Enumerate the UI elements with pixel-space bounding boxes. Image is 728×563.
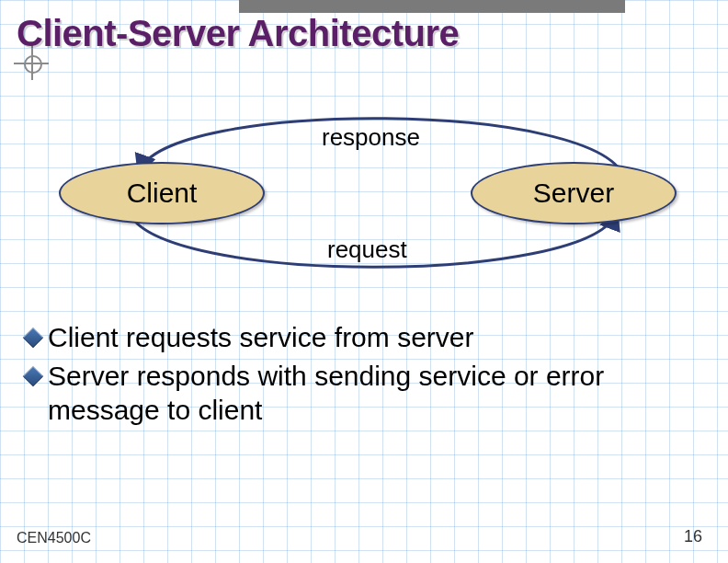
bullet-list: Client requests service from server Serv… — [26, 320, 700, 431]
client-node: Client — [59, 162, 265, 224]
list-item: Server responds with sending service or … — [26, 359, 700, 428]
footer-course-code: CEN4500C — [17, 530, 91, 546]
top-ruler-bar — [239, 0, 625, 13]
diamond-bullet-icon — [23, 365, 44, 386]
slide: Client-Server Architecture response Clie… — [0, 0, 728, 563]
page-title: Client-Server Architecture — [17, 13, 459, 54]
response-label: response — [322, 123, 420, 152]
request-label: request — [327, 236, 407, 264]
server-node: Server — [471, 162, 677, 224]
list-item-text: Server responds with sending service or … — [48, 359, 700, 428]
list-item-text: Client requests service from server — [48, 320, 700, 355]
client-node-label: Client — [127, 178, 198, 209]
footer-page-number: 16 — [684, 527, 702, 546]
list-item: Client requests service from server — [26, 320, 700, 355]
diamond-bullet-icon — [23, 327, 44, 349]
server-node-label: Server — [533, 178, 614, 209]
client-server-diagram: response Client Server request — [37, 88, 680, 300]
